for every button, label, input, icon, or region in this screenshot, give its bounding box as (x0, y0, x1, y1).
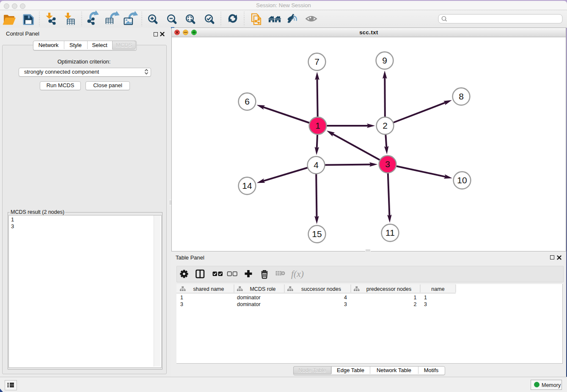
svg-text:10: 10 (457, 175, 467, 185)
svg-text:9: 9 (382, 55, 387, 65)
svg-text:3: 3 (385, 159, 390, 169)
svg-text:11: 11 (385, 228, 395, 237)
svg-text:8: 8 (459, 91, 464, 101)
svg-text:1: 1 (180, 295, 183, 301)
svg-text:predecessor nodes: predecessor nodes (366, 286, 411, 292)
svg-text:1: 1 (315, 121, 320, 130)
svg-text:dominator: dominator (237, 301, 261, 307)
svg-text:name: name (431, 286, 444, 292)
svg-text:dominator: dominator (237, 295, 261, 301)
svg-text:1: 1 (424, 295, 427, 301)
svg-text:shared name: shared name (193, 286, 224, 292)
svg-text:4: 4 (314, 160, 319, 170)
svg-text:3: 3 (344, 301, 347, 307)
svg-text:MCDS role: MCDS role (250, 286, 275, 292)
svg-text:2: 2 (414, 301, 417, 307)
svg-text:2: 2 (383, 121, 388, 130)
svg-text:4: 4 (344, 295, 347, 301)
svg-text:1: 1 (414, 295, 417, 301)
svg-text:6: 6 (245, 97, 250, 106)
svg-text:15: 15 (312, 229, 322, 239)
svg-text:3: 3 (424, 301, 427, 307)
svg-text:successor nodes: successor nodes (301, 286, 341, 292)
svg-text:3: 3 (180, 301, 183, 307)
svg-text:14: 14 (242, 181, 252, 190)
svg-text:f(x): f(x) (291, 269, 304, 279)
svg-text:7: 7 (314, 57, 319, 66)
